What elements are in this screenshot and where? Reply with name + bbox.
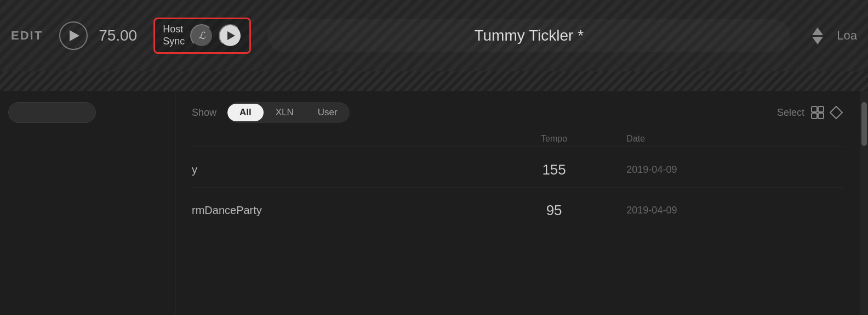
- preset-name: Tummy Tickler *: [474, 27, 584, 44]
- host-play-icon: [227, 31, 235, 40]
- select-label: Select: [777, 107, 804, 119]
- table-row[interactable]: rmDanceParty 95 2019-04-09: [192, 193, 844, 228]
- main-panel: Show All XLN User Select: [175, 91, 860, 315]
- row-name-0: y: [192, 164, 482, 176]
- svg-rect-0: [812, 106, 817, 112]
- sync-icon-button[interactable]: ℒ: [190, 24, 213, 47]
- select-area: Select: [777, 105, 844, 120]
- row-tempo-1: 95: [482, 202, 626, 219]
- preset-area: Tummy Tickler *: [267, 19, 790, 52]
- grid-select-icon[interactable]: [810, 105, 825, 120]
- filter-xln[interactable]: XLN: [264, 104, 306, 121]
- filter-user[interactable]: User: [306, 104, 350, 121]
- filter-row: Show All XLN User Select: [192, 102, 844, 123]
- col-header-date: Date: [626, 134, 844, 144]
- diamond-select-icon[interactable]: [829, 105, 844, 120]
- svg-rect-1: [818, 106, 824, 112]
- svg-rect-3: [818, 113, 824, 119]
- arrow-up-icon: [812, 27, 823, 35]
- edit-label: EDIT: [11, 29, 43, 43]
- col-header-tempo: Tempo: [482, 134, 626, 144]
- filter-all[interactable]: All: [227, 104, 264, 121]
- show-label: Show: [192, 107, 216, 119]
- search-pill[interactable]: [8, 102, 96, 123]
- scrollbar-thumb[interactable]: [861, 102, 867, 146]
- col-header-name: [192, 134, 482, 144]
- host-sync-box: HostSync ℒ: [153, 18, 251, 53]
- stripe-divider: [0, 71, 868, 91]
- row-tempo-0: 155: [482, 161, 626, 178]
- left-panel: [0, 91, 175, 315]
- table-header: Tempo Date: [192, 128, 844, 147]
- tempo-display: 75.00: [99, 27, 137, 44]
- svg-rect-2: [812, 113, 817, 119]
- play-button[interactable]: [59, 21, 88, 50]
- filter-pill: All XLN User: [227, 102, 350, 123]
- scrollbar-track[interactable]: [860, 91, 868, 315]
- host-play-button[interactable]: [219, 24, 242, 47]
- row-date-0: 2019-04-09: [626, 164, 844, 176]
- load-label: Loa: [837, 29, 857, 43]
- table-row[interactable]: y 155 2019-04-09: [192, 153, 844, 188]
- select-icons: [810, 105, 844, 120]
- arrow-down-icon: [812, 37, 823, 44]
- top-bar: EDIT 75.00 HostSync ℒ Tummy Tickler * Lo…: [0, 0, 868, 71]
- host-sync-label: HostSync: [163, 24, 185, 47]
- row-name-1: rmDanceParty: [192, 204, 482, 217]
- preset-arrows-button[interactable]: [812, 27, 823, 44]
- play-icon: [70, 30, 79, 41]
- bottom-section: Show All XLN User Select: [0, 91, 868, 315]
- sync-lightning-icon: ℒ: [198, 30, 205, 42]
- row-date-1: 2019-04-09: [626, 205, 844, 216]
